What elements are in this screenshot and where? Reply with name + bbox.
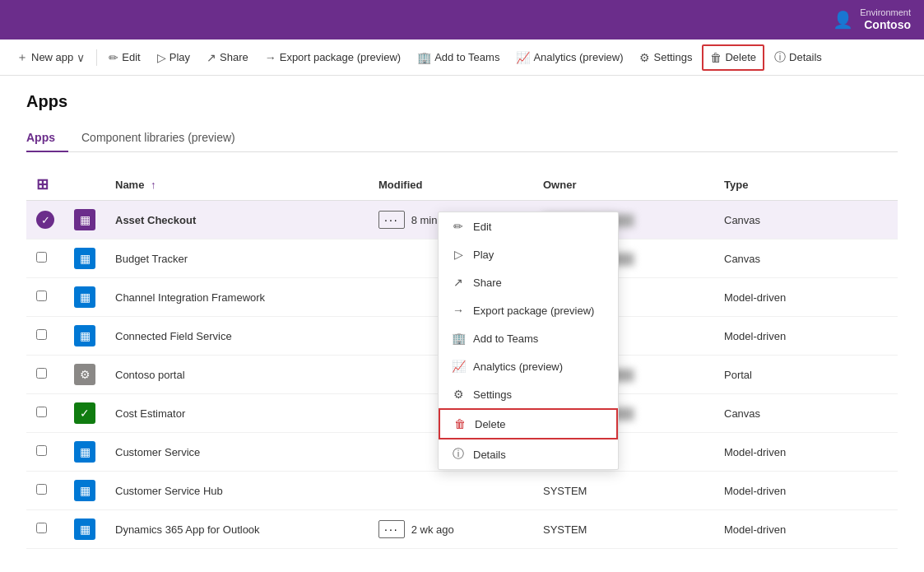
type-cell: Model-driven bbox=[714, 317, 898, 356]
app-icon-cell: ▦ bbox=[64, 201, 105, 239]
select-all-icon: ⊞ bbox=[36, 175, 49, 193]
env-name: Contoso bbox=[864, 18, 911, 32]
app-icon-cell: ✓ bbox=[64, 394, 105, 433]
row-checkbox-cell[interactable]: ✓ bbox=[26, 201, 64, 239]
delete-icon: 🗑 bbox=[710, 51, 722, 64]
app-icon-cell: ▦ bbox=[64, 317, 105, 356]
share-icon: ↗ bbox=[207, 51, 216, 64]
teams-icon: 🏢 bbox=[417, 51, 431, 64]
type-cell: Model-driven bbox=[714, 472, 898, 510]
env-label: Environment bbox=[860, 7, 911, 18]
owner-cell: SYSTEM bbox=[533, 472, 714, 510]
app-name-cell: Customer Service Hub bbox=[105, 472, 369, 510]
row-checkbox[interactable] bbox=[36, 291, 47, 301]
tab-apps[interactable]: Apps bbox=[26, 124, 68, 152]
context-menu-export[interactable]: → Export package (preview) bbox=[439, 296, 618, 324]
app-icon: ▦ bbox=[74, 248, 95, 269]
app-icon-cell: ▦ bbox=[64, 472, 105, 510]
settings-button[interactable]: ⚙ Settings bbox=[633, 46, 699, 69]
row-checkbox-cell[interactable] bbox=[26, 394, 64, 433]
edit-button[interactable]: ✏ Edit bbox=[102, 46, 146, 69]
row-checkbox[interactable] bbox=[36, 523, 47, 533]
tab-component-libraries[interactable]: Component libraries (preview) bbox=[81, 124, 248, 152]
app-name-cell: Customer Service bbox=[105, 433, 369, 472]
app-name-cell: Dynamics 365 App for Outlook bbox=[105, 510, 369, 549]
plus-icon: ＋ bbox=[16, 50, 28, 65]
table-header-row: ⊞ Name ↑ Modified Owner Type bbox=[26, 169, 898, 201]
row-checkbox-cell[interactable] bbox=[26, 239, 64, 278]
export-button[interactable]: → Export package (preview) bbox=[258, 46, 407, 69]
row-checkbox-cell[interactable] bbox=[26, 317, 64, 356]
environment-icon: 👤 bbox=[833, 10, 853, 30]
analytics-button[interactable]: 📈 Analytics (preview) bbox=[509, 46, 629, 69]
app-icon: ▦ bbox=[74, 480, 95, 501]
app-icon-cell: ⚙ bbox=[64, 356, 105, 394]
main-content: Apps Apps Component libraries (preview) … bbox=[0, 76, 924, 565]
header-checkbox-cell[interactable]: ⊞ bbox=[26, 169, 64, 201]
row-checkbox[interactable] bbox=[36, 484, 47, 495]
row-checkbox-cell[interactable] bbox=[26, 510, 64, 549]
context-menu-add-teams[interactable]: 🏢 Add to Teams bbox=[439, 324, 618, 352]
context-menu-settings[interactable]: ⚙ Settings bbox=[439, 380, 618, 408]
top-bar: 👤 Environment Contoso bbox=[0, 0, 924, 40]
app-name-cell: Connected Field Service bbox=[105, 317, 369, 356]
context-menu-edit[interactable]: ✏ Edit bbox=[439, 212, 618, 240]
app-name-cell: Cost Estimator bbox=[105, 394, 369, 433]
environment-text: Environment Contoso bbox=[860, 7, 911, 32]
owner-cell: SYSTEM bbox=[533, 510, 714, 549]
table-row[interactable]: ▦Dynamics 365 App for Outlook···2 wk ago… bbox=[26, 510, 898, 549]
app-icon-cell: ▦ bbox=[64, 278, 105, 317]
share-icon: ↗ bbox=[452, 276, 465, 289]
edit-icon: ✏ bbox=[452, 220, 465, 233]
type-cell: Canvas bbox=[714, 239, 898, 278]
header-name[interactable]: Name ↑ bbox=[105, 169, 369, 201]
context-menu-play[interactable]: ▷ Play bbox=[439, 240, 618, 268]
row-checkbox[interactable] bbox=[36, 329, 47, 340]
add-teams-button[interactable]: 🏢 Add to Teams bbox=[411, 46, 506, 69]
environment-info[interactable]: 👤 Environment Contoso bbox=[833, 7, 911, 32]
app-icon: ▦ bbox=[74, 209, 95, 230]
selected-check-icon: ✓ bbox=[36, 211, 54, 229]
context-menu-analytics[interactable]: 📈 Analytics (preview) bbox=[439, 352, 618, 380]
type-cell: Model-driven bbox=[714, 510, 898, 549]
app-icon-cell: ▦ bbox=[64, 510, 105, 549]
new-app-button[interactable]: ＋ New app ∨ bbox=[10, 45, 91, 70]
context-menu-share[interactable]: ↗ Share bbox=[439, 268, 618, 296]
app-icon: ▦ bbox=[74, 441, 95, 463]
type-cell: Portal bbox=[714, 356, 898, 394]
row-more-button[interactable]: ··· bbox=[378, 211, 405, 229]
play-icon: ▷ bbox=[452, 248, 465, 261]
toolbar: ＋ New app ∨ ✏ Edit ▷ Play ↗ Share → Expo… bbox=[0, 40, 924, 76]
row-checkbox-cell[interactable] bbox=[26, 278, 64, 317]
type-cell: Model-driven bbox=[714, 278, 898, 317]
share-button[interactable]: ↗ Share bbox=[200, 46, 255, 69]
delete-button[interactable]: 🗑 Delete bbox=[702, 44, 764, 71]
row-checkbox[interactable] bbox=[36, 252, 47, 263]
type-cell: Model-driven bbox=[714, 433, 898, 472]
app-name-cell: Asset Checkout bbox=[105, 201, 369, 239]
row-checkbox-cell[interactable] bbox=[26, 356, 64, 394]
context-menu-details[interactable]: ⓘ Details bbox=[439, 439, 618, 469]
type-cell: Canvas bbox=[714, 394, 898, 433]
table-row[interactable]: ▦Customer Service HubSYSTEMModel-driven bbox=[26, 472, 898, 510]
app-icon: ▦ bbox=[74, 325, 95, 346]
row-checkbox-cell[interactable] bbox=[26, 433, 64, 472]
context-menu-delete[interactable]: 🗑 Delete bbox=[439, 408, 618, 439]
analytics-icon: 📈 bbox=[452, 360, 465, 373]
play-button[interactable]: ▷ Play bbox=[151, 46, 197, 69]
details-button[interactable]: ⓘ Details bbox=[768, 45, 829, 70]
row-checkbox[interactable] bbox=[36, 368, 47, 379]
header-owner: Owner bbox=[533, 169, 714, 201]
modified-cell: ···2 wk ago bbox=[369, 510, 533, 549]
teams-icon: 🏢 bbox=[452, 332, 465, 345]
details-icon: ⓘ bbox=[452, 447, 465, 462]
row-checkbox[interactable] bbox=[36, 445, 47, 456]
app-icon-cell: ▦ bbox=[64, 239, 105, 278]
app-icon: ▦ bbox=[74, 519, 95, 540]
analytics-icon: 📈 bbox=[516, 51, 530, 64]
row-more-button[interactable]: ··· bbox=[378, 520, 405, 538]
row-checkbox-cell[interactable] bbox=[26, 472, 64, 510]
app-icon: ▦ bbox=[74, 286, 95, 308]
row-checkbox[interactable] bbox=[36, 407, 47, 417]
delete-icon: 🗑 bbox=[453, 417, 467, 430]
